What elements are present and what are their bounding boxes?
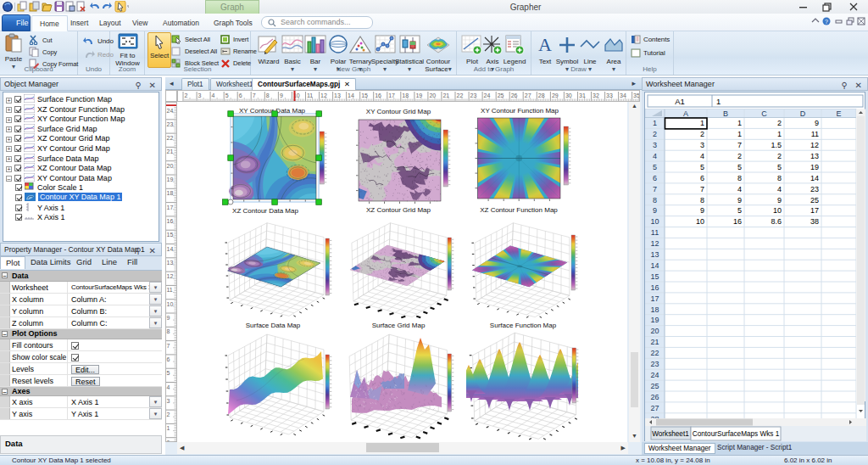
- svg-text:18: 18: [167, 190, 174, 196]
- svg-text:1: 1: [653, 119, 657, 127]
- svg-text:C: C: [761, 109, 767, 118]
- svg-text:12: 12: [320, 92, 327, 98]
- svg-text:22: 22: [167, 135, 174, 141]
- svg-text:1: 1: [737, 119, 742, 127]
- svg-text:A1: A1: [675, 97, 685, 106]
- svg-text:2: 2: [777, 152, 782, 160]
- svg-text:4: 4: [167, 384, 170, 390]
- svg-text:0: 0: [167, 440, 170, 441]
- svg-text:26: 26: [511, 92, 518, 98]
- svg-text:7: 7: [167, 343, 170, 349]
- svg-text:26: 26: [650, 393, 659, 401]
- svg-text:5: 5: [653, 163, 657, 171]
- svg-text:10: 10: [650, 217, 659, 226]
- svg-text:1.5: 1.5: [771, 141, 782, 149]
- svg-text:6: 6: [653, 174, 657, 182]
- svg-text:4: 4: [212, 92, 215, 98]
- svg-text:17: 17: [388, 92, 395, 98]
- svg-text:25: 25: [498, 92, 504, 98]
- svg-text:27: 27: [650, 404, 659, 412]
- svg-text:5: 5: [737, 163, 742, 171]
- svg-text:1: 1: [700, 119, 704, 127]
- svg-text:23: 23: [810, 185, 819, 193]
- svg-text:8.6: 8.6: [771, 217, 782, 226]
- svg-text:9: 9: [280, 92, 283, 98]
- svg-text:3: 3: [700, 141, 704, 149]
- svg-text:17: 17: [167, 204, 174, 210]
- svg-text:D: D: [800, 109, 806, 118]
- svg-text:13: 13: [334, 92, 341, 98]
- svg-text:12: 12: [650, 239, 659, 248]
- svg-text:XZ Contour Data Map: XZ Contour Data Map: [232, 207, 298, 215]
- svg-text:15: 15: [167, 232, 174, 238]
- svg-text:28: 28: [538, 92, 545, 98]
- svg-text:27: 27: [525, 92, 531, 98]
- svg-text:13: 13: [650, 250, 659, 259]
- svg-text:XY Contour Grid Map: XY Contour Grid Map: [366, 108, 431, 115]
- svg-text:9: 9: [167, 315, 170, 321]
- svg-text:15: 15: [650, 272, 659, 281]
- svg-text:4: 4: [653, 152, 657, 160]
- svg-text:14: 14: [348, 92, 354, 98]
- svg-text:21: 21: [442, 92, 449, 98]
- svg-text:19: 19: [810, 163, 819, 171]
- svg-text:5: 5: [167, 370, 170, 376]
- svg-text:4: 4: [737, 185, 742, 193]
- svg-text:7: 7: [653, 185, 657, 193]
- svg-text:Surface Grid Map: Surface Grid Map: [372, 322, 426, 329]
- svg-text:11: 11: [307, 92, 313, 98]
- svg-text:6: 6: [167, 356, 170, 362]
- svg-text:19: 19: [167, 176, 174, 182]
- svg-text:25: 25: [650, 382, 659, 390]
- svg-text:8: 8: [266, 92, 270, 98]
- svg-text:1: 1: [777, 130, 782, 138]
- svg-text:XZ Contour Grid Map: XZ Contour Grid Map: [366, 206, 431, 214]
- svg-text:25: 25: [810, 196, 819, 204]
- svg-text:?: ?: [825, 19, 828, 25]
- svg-text:16: 16: [167, 218, 174, 224]
- svg-text:1: 1: [167, 425, 170, 431]
- svg-text:2: 2: [777, 119, 782, 127]
- svg-text:5: 5: [225, 92, 229, 98]
- svg-text:16: 16: [375, 92, 381, 98]
- svg-text:24: 24: [650, 371, 659, 379]
- svg-text:23: 23: [650, 360, 659, 368]
- svg-text:11: 11: [167, 287, 173, 293]
- svg-text:ContourSurfaceMaps Wks 1: ContourSurfaceMaps Wks 1: [693, 430, 780, 438]
- svg-text:5: 5: [777, 163, 782, 171]
- svg-text:8: 8: [777, 174, 782, 182]
- svg-text:16: 16: [650, 283, 659, 292]
- svg-text:7: 7: [700, 185, 704, 193]
- svg-text:2: 2: [737, 152, 742, 160]
- svg-text:3: 3: [167, 398, 170, 404]
- svg-text:12: 12: [810, 141, 819, 149]
- svg-text:2: 2: [167, 412, 170, 417]
- svg-text:20: 20: [650, 327, 659, 335]
- svg-text:3: 3: [653, 141, 657, 149]
- svg-text:11: 11: [651, 228, 659, 237]
- svg-text:8: 8: [737, 174, 742, 182]
- svg-text:22: 22: [457, 92, 464, 98]
- svg-text:10: 10: [167, 301, 174, 307]
- svg-text:20: 20: [167, 163, 174, 169]
- svg-text:16: 16: [733, 217, 742, 226]
- svg-text:5: 5: [737, 206, 742, 215]
- svg-text:3: 3: [198, 92, 202, 98]
- svg-text:14: 14: [167, 246, 174, 252]
- svg-text:9: 9: [700, 206, 704, 215]
- svg-text:2: 2: [653, 130, 657, 138]
- svg-text:XZ Contour Function Map: XZ Contour Function Map: [480, 206, 558, 214]
- svg-text:30: 30: [565, 92, 572, 98]
- svg-text:8: 8: [167, 328, 170, 334]
- svg-text:8: 8: [700, 196, 704, 204]
- svg-text:6: 6: [239, 92, 242, 98]
- svg-text:29: 29: [552, 92, 559, 98]
- svg-text:Worksheet1: Worksheet1: [652, 430, 689, 438]
- svg-text:1: 1: [716, 97, 721, 106]
- svg-text:14: 14: [810, 174, 819, 182]
- svg-text:14: 14: [650, 261, 659, 270]
- svg-text:21: 21: [167, 148, 174, 154]
- svg-text:2: 2: [185, 92, 188, 98]
- svg-text:9: 9: [777, 196, 782, 204]
- svg-text:23: 23: [167, 121, 174, 127]
